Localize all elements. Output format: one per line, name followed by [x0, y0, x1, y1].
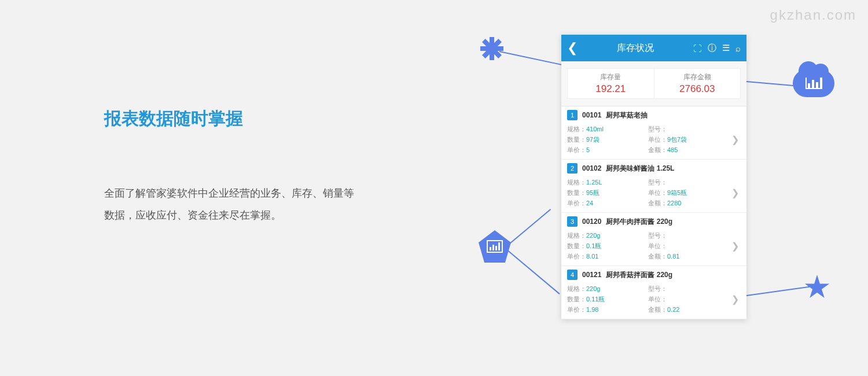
chevron-right-icon[interactable]: ❯ [729, 125, 741, 154]
item-code: 00101 [582, 111, 601, 119]
item-index-badge: 1 [567, 110, 578, 120]
list-item[interactable]: 1 00101 厨邦草菇老抽 规格：410ml 型号： ❯ 数量：97袋 单位：… [561, 106, 746, 160]
scan-icon[interactable]: ⛶ [693, 43, 702, 53]
chevron-right-icon[interactable]: ❯ [729, 231, 741, 261]
item-spec: 规格：220g [567, 231, 648, 240]
chevron-right-icon[interactable]: ❯ [729, 285, 741, 314]
item-qty: 数量：95瓶 [567, 189, 648, 197]
item-name: 厨邦牛肉拌面酱 220g [606, 217, 672, 227]
deco-line [746, 81, 799, 87]
deco-line [506, 209, 551, 247]
summary-amount-value: 2766.03 [654, 83, 741, 95]
summary-qty[interactable]: 库存量 192.21 [567, 68, 654, 99]
marketing-copy: 报表数据随时掌握 全面了解管家婆软件中企业经营的业务、库存、销量等数据，应收应付… [104, 107, 359, 227]
item-code: 00102 [582, 164, 601, 172]
item-index-badge: 2 [567, 163, 578, 174]
cloud-chart-icon [793, 69, 834, 97]
list-icon[interactable]: ☰ [722, 43, 730, 53]
search-icon[interactable]: ⌕ [735, 43, 741, 53]
item-amount: 金额：0.81 [648, 252, 729, 261]
inventory-list: 1 00101 厨邦草菇老抽 规格：410ml 型号： ❯ 数量：97袋 单位：… [561, 106, 746, 319]
item-qty: 数量：0.1瓶 [567, 242, 648, 250]
item-body: 规格：410ml 型号： ❯ 数量：97袋 单位：9包7袋 单价：5 金额：48… [561, 124, 746, 159]
item-name: 厨邦草菇老抽 [606, 110, 648, 120]
item-price: 单价：24 [567, 199, 648, 208]
item-index-badge: 4 [567, 270, 578, 280]
summary-amount[interactable]: 库存金额 2766.03 [654, 68, 741, 99]
item-body: 规格：220g 型号： ❯ 数量：0.11瓶 单位： 单价：1.98 金额：0.… [561, 283, 746, 319]
item-body: 规格：220g 型号： ❯ 数量：0.1瓶 单位： 单价：8.01 金额：0.8… [561, 230, 746, 266]
item-unit: 单位： [648, 242, 729, 250]
phone-mockup: ❮ 库存状况 ⛶ ⓘ ☰ ⌕ 库存量 192.21 库存金额 2766.03 1… [561, 35, 746, 319]
summary-row: 库存量 192.21 库存金额 2766.03 [561, 61, 746, 106]
summary-qty-value: 192.21 [568, 83, 654, 95]
item-price: 单价：8.01 [567, 252, 648, 261]
item-header: 2 00102 厨邦美味鲜酱油 1.25L [561, 160, 746, 177]
item-model: 型号： [648, 231, 729, 240]
item-model: 型号： [648, 125, 729, 134]
item-model: 型号： [648, 178, 729, 187]
item-spec: 规格：410ml [567, 125, 648, 134]
app-header: ❮ 库存状况 ⛶ ⓘ ☰ ⌕ [561, 35, 746, 61]
deco-line [746, 286, 810, 296]
item-model: 型号： [648, 285, 729, 293]
page-description: 全面了解管家婆软件中企业经营的业务、库存、销量等数据，应收应付、资金往来尽在掌握… [104, 183, 359, 227]
item-name: 厨邦香菇拌面酱 220g [606, 270, 672, 280]
back-button[interactable]: ❮ [567, 40, 578, 56]
deco-line [506, 249, 560, 294]
item-price: 单价：1.98 [567, 305, 648, 314]
item-amount: 金额：485 [648, 146, 729, 154]
star-icon [804, 275, 830, 300]
monitor-chart-icon [479, 230, 511, 263]
summary-amount-label: 库存金额 [654, 72, 741, 82]
item-header: 4 00121 厨邦香菇拌面酱 220g [561, 266, 746, 283]
list-item[interactable]: 3 00120 厨邦牛肉拌面酱 220g 规格：220g 型号： ❯ 数量：0.… [561, 213, 746, 266]
item-amount: 金额：2280 [648, 199, 729, 208]
item-header: 1 00101 厨邦草菇老抽 [561, 106, 746, 124]
list-item[interactable]: 4 00121 厨邦香菇拌面酱 220g 规格：220g 型号： ❯ 数量：0.… [561, 266, 746, 319]
chevron-right-icon[interactable]: ❯ [729, 178, 741, 208]
header-title: 库存状况 [578, 42, 693, 54]
item-body: 规格：1.25L 型号： ❯ 数量：95瓶 单位：9箱5瓶 单价：24 金额：2… [561, 177, 746, 212]
item-index-badge: 3 [567, 216, 578, 227]
info-icon[interactable]: ⓘ [708, 43, 716, 54]
watermark-text: gkzhan.com [770, 7, 856, 23]
item-qty: 数量：97袋 [567, 135, 648, 144]
item-header: 3 00120 厨邦牛肉拌面酱 220g [561, 213, 746, 230]
item-amount: 金额：0.22 [648, 305, 729, 314]
page-heading: 报表数据随时掌握 [104, 107, 359, 131]
item-code: 00120 [582, 218, 601, 226]
item-qty: 数量：0.11瓶 [567, 295, 648, 304]
starburst-icon [480, 37, 503, 60]
item-unit: 单位：9箱5瓶 [648, 189, 729, 197]
item-name: 厨邦美味鲜酱油 1.25L [606, 164, 674, 174]
item-unit: 单位： [648, 295, 729, 304]
item-spec: 规格：1.25L [567, 178, 648, 187]
item-price: 单价：5 [567, 146, 648, 154]
item-spec: 规格：220g [567, 285, 648, 293]
item-code: 00121 [582, 271, 601, 279]
list-item[interactable]: 2 00102 厨邦美味鲜酱油 1.25L 规格：1.25L 型号： ❯ 数量：… [561, 160, 746, 213]
deco-line [499, 51, 562, 65]
summary-qty-label: 库存量 [568, 72, 654, 82]
item-unit: 单位：9包7袋 [648, 135, 729, 144]
header-action-icons: ⛶ ⓘ ☰ ⌕ [693, 43, 741, 54]
